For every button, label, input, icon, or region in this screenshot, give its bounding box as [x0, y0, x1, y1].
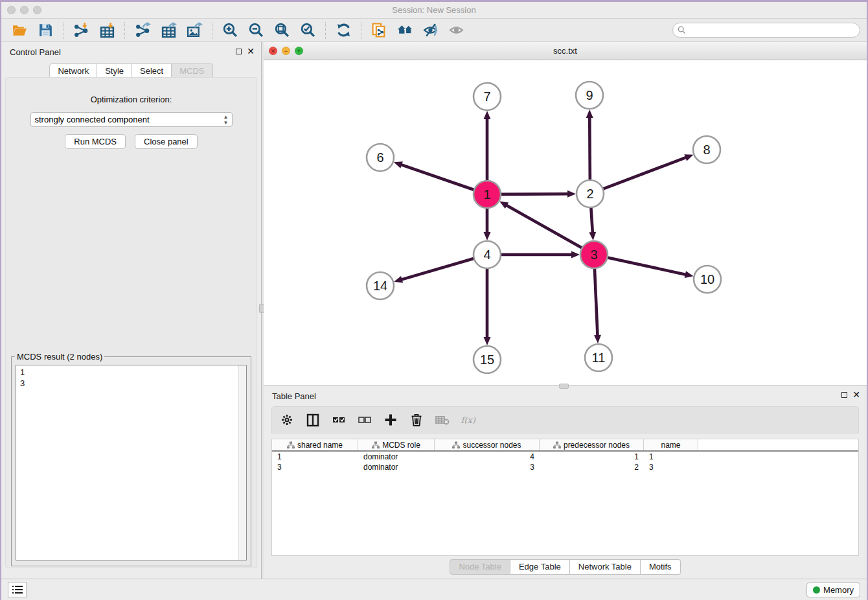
table-panel: Table Panel ✕ f(x) shared nameMCDS roles… [264, 387, 867, 579]
memory-button[interactable]: Memory [806, 583, 860, 597]
graph-node-label: 1 [483, 187, 490, 202]
app-window: Session: New Session Control Panel ✕ Net… [1, 2, 867, 600]
function-builder-icon: f(x) [460, 411, 477, 428]
column-header-MCDS-role[interactable]: MCDS role [358, 439, 435, 450]
run-mcds-button[interactable]: Run MCDS [65, 134, 126, 149]
table-row[interactable]: 1dominator411 [272, 452, 858, 462]
graph-node-label: 15 [480, 352, 494, 367]
fit-content-icon[interactable] [272, 22, 291, 39]
tab-network-table[interactable]: Network Table [570, 559, 641, 575]
zoom-selected-icon[interactable] [298, 22, 317, 39]
float-panel-icon[interactable] [236, 49, 242, 54]
network-canvas[interactable]: 7968124314101511 [264, 60, 867, 385]
table-cell[interactable]: 1 [644, 452, 698, 462]
edge-2-8[interactable] [602, 157, 688, 189]
import-table-icon[interactable] [97, 22, 117, 39]
graph-node-label: 14 [373, 279, 387, 293]
import-network-icon[interactable] [71, 22, 91, 39]
node-table[interactable]: shared nameMCDS rolesuccessor nodesprede… [271, 439, 859, 556]
network-view-titlebar[interactable]: ✕ − + scc.txt [264, 42, 867, 60]
search-box[interactable] [672, 23, 860, 38]
list-icon [12, 585, 23, 594]
table-cell[interactable]: 4 [435, 452, 540, 462]
column-type-icon [372, 441, 380, 449]
hide-selected-icon[interactable] [421, 22, 440, 39]
edge-1-2[interactable] [499, 194, 570, 194]
edge-3-11[interactable] [595, 267, 598, 338]
edge-3-10[interactable] [606, 257, 688, 275]
table-cell[interactable]: 2 [540, 462, 644, 472]
table-cell[interactable]: 3 [644, 462, 698, 472]
tab-edge-table[interactable]: Edge Table [510, 559, 570, 575]
optimization-criterion-select[interactable]: strongly connected component ▲▼ [30, 112, 233, 127]
table-cell[interactable]: dominator [358, 462, 435, 472]
table-cell[interactable]: 3 [435, 462, 540, 472]
select-all-checks-icon[interactable] [330, 411, 347, 428]
column-type-icon [553, 441, 561, 449]
column-type-icon [287, 441, 295, 449]
control-panel-header: Control Panel ✕ [1, 42, 261, 62]
edge-4-14[interactable] [400, 258, 475, 280]
column-header-predecessor-nodes[interactable]: predecessor nodes [540, 439, 644, 450]
column-header-successor-nodes[interactable]: successor nodes [435, 439, 540, 450]
close-table-panel-icon[interactable]: ✕ [852, 391, 860, 398]
first-neighbors-icon[interactable] [395, 22, 415, 39]
export-image-icon[interactable] [185, 22, 204, 39]
tab-node-table[interactable]: Node Table [450, 559, 510, 575]
toolbar-separator [325, 22, 326, 39]
delete-table-icon [434, 411, 451, 428]
deselect-all-checks-icon[interactable] [356, 411, 373, 428]
mcds-result-scrollbar[interactable] [238, 365, 246, 560]
close-panel-button[interactable]: Close panel [135, 134, 198, 149]
network-view-window: ✕ − + scc.txt 7968124314101511 [264, 42, 867, 386]
toolbar-separator [124, 22, 125, 39]
graph-node-label: 6 [376, 150, 383, 165]
column-header-shared-name[interactable]: shared name [272, 439, 358, 450]
edge-arrowhead [685, 271, 694, 278]
search-icon [678, 26, 686, 34]
network-graph: 7968124314101511 [264, 60, 868, 386]
toolbar-separator [63, 22, 63, 39]
float-table-panel-icon[interactable] [841, 392, 847, 398]
search-input[interactable] [689, 26, 860, 35]
titlebar: Session: New Session [1, 2, 867, 19]
save-session-icon[interactable] [36, 22, 55, 39]
export-network-icon[interactable] [133, 22, 152, 39]
edge-3-1[interactable] [505, 204, 583, 248]
zoom-in-icon[interactable] [220, 22, 240, 39]
table-cell[interactable]: 3 [272, 462, 358, 472]
edge-arrowhead [567, 190, 576, 198]
open-file-icon[interactable] [10, 22, 29, 39]
edge-arrowhead [684, 154, 693, 161]
edge-2-3[interactable] [591, 206, 593, 235]
table-cell[interactable]: 1 [540, 452, 644, 462]
table-row[interactable]: 3dominator323 [272, 462, 858, 472]
show-panels-button[interactable] [8, 582, 27, 597]
zoom-out-icon[interactable] [246, 22, 266, 39]
column-chooser-icon[interactable] [304, 411, 321, 428]
delete-column-icon[interactable] [408, 411, 425, 428]
column-header-name[interactable]: name [644, 439, 698, 450]
apply-layout-icon[interactable] [334, 22, 353, 39]
edge-arrowhead [484, 232, 491, 240]
close-panel-icon[interactable]: ✕ [247, 48, 255, 54]
memory-label: Memory [823, 585, 854, 595]
toolbar-separator [361, 22, 361, 39]
edge-arrowhead [484, 337, 491, 345]
export-table-icon[interactable] [159, 22, 178, 39]
show-all-icon[interactable] [447, 22, 466, 39]
select-stepper-icon: ▲▼ [223, 114, 229, 126]
edge-arrowhead [394, 276, 403, 283]
tab-motifs[interactable]: Motifs [641, 559, 681, 575]
horizontal-splitter-grip[interactable] [559, 384, 569, 389]
network-view-title: scc.txt [264, 46, 867, 56]
table-options-icon[interactable] [279, 411, 295, 428]
edge-arrowhead [586, 110, 593, 118]
table-cell[interactable]: dominator [358, 452, 435, 462]
edge-2-9[interactable] [589, 115, 590, 181]
edge-1-6[interactable] [399, 164, 475, 190]
table-cell[interactable]: 1 [272, 452, 358, 462]
add-column-icon[interactable] [382, 411, 399, 428]
clone-network-icon[interactable] [369, 22, 389, 39]
table-toolbar: f(x) [271, 406, 859, 433]
